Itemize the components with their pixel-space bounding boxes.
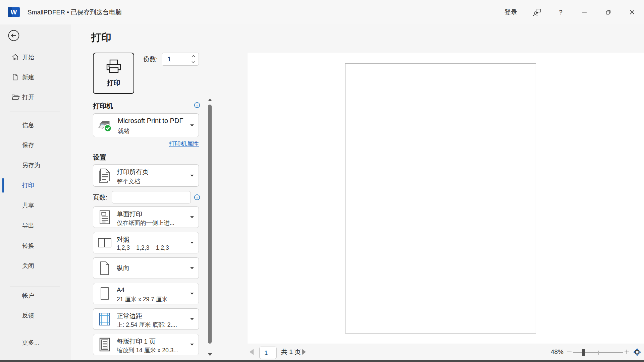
stepper-down-button[interactable]: [192, 61, 195, 63]
portrait-icon: [97, 261, 113, 276]
dropdown-subtitle: 仅在纸面的一侧上进...: [117, 219, 174, 227]
scrollbar-thumb[interactable]: [208, 105, 212, 344]
sidebar-item-label: 更多...: [22, 339, 39, 347]
back-arrow-icon: [8, 29, 20, 42]
word-logo-icon: W: [7, 6, 20, 18]
sidebar-item-open[interactable]: 打开: [0, 90, 71, 104]
contact-support-button[interactable]: [525, 0, 549, 24]
chevron-down-icon: [190, 343, 194, 346]
restore-icon: [605, 9, 611, 15]
collated-icon: [97, 237, 113, 248]
printer-name: Microsoft Print to PDF: [118, 117, 183, 125]
sidebar-item-save[interactable]: 保存: [0, 138, 71, 152]
new-document-icon: [11, 73, 19, 81]
pages-per-sheet-icon: [97, 337, 113, 352]
next-page-button[interactable]: [301, 344, 307, 360]
paper-size-dropdown[interactable]: A4 21 厘米 x 29.7 厘米: [93, 283, 199, 304]
zoom-out-button[interactable]: [567, 344, 572, 360]
copies-label: 份数:: [143, 53, 158, 66]
window-bottom-edge: [0, 360, 644, 362]
sidebar-item-close-doc[interactable]: 关闭: [0, 259, 71, 273]
dropdown-subtitle: 21 厘米 x 29.7 厘米: [117, 295, 168, 303]
collation-dropdown[interactable]: 对照 1,2,3 1,2,3 1,2,3: [93, 232, 199, 253]
chevron-down-icon: [190, 124, 194, 127]
dropdown-subtitle: 上: 2.54 厘米 底部: 2....: [117, 321, 177, 329]
zoom-slider-thumb[interactable]: [582, 349, 585, 356]
print-button-label: 打印: [107, 78, 120, 87]
pages-input[interactable]: [112, 191, 191, 203]
sidebar-item-save-as[interactable]: 另存为: [0, 159, 71, 172]
print-all-pages-icon: [97, 168, 113, 183]
printer-properties-link[interactable]: 打印机属性: [93, 140, 199, 148]
dropdown-title: 纵向: [117, 264, 129, 273]
orientation-dropdown[interactable]: 纵向: [93, 257, 199, 279]
sidebar-item-share[interactable]: 共享: [0, 199, 71, 212]
previous-page-button[interactable]: [249, 344, 254, 360]
sidebar-item-label: 转换: [22, 242, 34, 250]
paper-size-icon: [97, 287, 113, 301]
printer-section-heading: 打印机: [93, 102, 113, 111]
print-range-dropdown[interactable]: 打印所有页 整个文档: [93, 164, 199, 187]
settings-section-heading: 设置: [93, 153, 106, 162]
restore-button[interactable]: [596, 0, 620, 24]
printer-info-icon[interactable]: [194, 102, 200, 108]
arrow-left-icon: [249, 348, 254, 356]
sidebar-item-print[interactable]: 打印: [0, 179, 71, 192]
scrollbar-down-button[interactable]: [207, 353, 213, 357]
current-page-input[interactable]: [259, 347, 277, 359]
margins-icon: [97, 312, 113, 326]
margins-dropdown[interactable]: 正常边距 上: 2.54 厘米 底部: 2....: [93, 308, 199, 330]
printer-status: 就绪: [118, 127, 130, 135]
backstage-sidebar: 开始 新建 打开 信息 保存 另存为 打印 共享 导出 转换 关闭 帐: [0, 24, 71, 362]
dropdown-title: A4: [117, 286, 124, 294]
sidebar-item-label: 导出: [22, 222, 34, 230]
zoom-in-button[interactable]: [624, 344, 630, 360]
pages-label: 页数:: [93, 191, 107, 203]
help-button[interactable]: ?: [549, 0, 573, 24]
sidebar-divider: [10, 287, 60, 287]
sidebar-item-info[interactable]: 信息: [0, 118, 71, 132]
dropdown-title: 单面打印: [117, 210, 142, 219]
sidebar-divider: [10, 112, 60, 112]
pages-info-icon[interactable]: [194, 194, 200, 200]
sidebar-item-transform[interactable]: 转换: [0, 239, 71, 252]
dropdown-subtitle: 整个文档: [117, 177, 140, 185]
scrollbar-up-button[interactable]: [207, 98, 213, 102]
zoom-percent-label: 48%: [541, 344, 564, 360]
back-button[interactable]: [8, 29, 20, 42]
close-button[interactable]: [620, 0, 644, 24]
chevron-down-icon: [190, 318, 194, 321]
zoom-to-page-button[interactable]: [633, 344, 642, 360]
dropdown-title: 正常边距: [117, 312, 142, 320]
print-button[interactable]: 打印: [93, 53, 134, 94]
sidebar-item-home[interactable]: 开始: [0, 51, 71, 64]
sign-in-button[interactable]: 登录: [497, 0, 525, 24]
sidebar-item-label: 帐户: [22, 292, 34, 300]
close-icon: [630, 10, 635, 15]
fit-page-icon: [633, 348, 642, 357]
sidebar-item-account[interactable]: 帐户: [0, 289, 71, 302]
home-icon: [11, 54, 19, 61]
sidebar-item-label: 关闭: [22, 262, 34, 270]
dropdown-subtitle: 缩放到 14 厘米 x 20.3...: [117, 346, 178, 354]
duplex-dropdown[interactable]: 单面打印 仅在纸面的一侧上进...: [93, 206, 199, 228]
pages-per-sheet-dropdown[interactable]: 每版打印 1 页 缩放到 14 厘米 x 20.3...: [93, 334, 199, 355]
open-folder-icon: [11, 94, 20, 101]
one-sided-icon: [97, 210, 113, 225]
stepper-up-button[interactable]: [192, 55, 195, 57]
printer-selector[interactable]: Microsoft Print to PDF 就绪: [93, 113, 199, 137]
chevron-down-icon: [190, 216, 194, 219]
chevron-down-icon: [190, 174, 194, 177]
zoom-slider-center-tick: [598, 351, 599, 355]
chevron-down-icon: [190, 267, 194, 270]
minus-icon: [567, 349, 572, 355]
window-title: SmallPDFER • 已保存到这台电脑: [28, 0, 122, 24]
arrow-right-icon: [301, 348, 307, 356]
sidebar-item-feedback[interactable]: 反馈: [0, 309, 71, 322]
sidebar-item-new[interactable]: 新建: [0, 70, 71, 84]
sidebar-item-more[interactable]: 更多...: [0, 336, 71, 349]
sidebar-item-label: 打印: [22, 181, 34, 189]
sidebar-item-label: 信息: [22, 121, 34, 129]
sidebar-item-export[interactable]: 导出: [0, 219, 71, 232]
minimize-button[interactable]: [573, 0, 596, 24]
